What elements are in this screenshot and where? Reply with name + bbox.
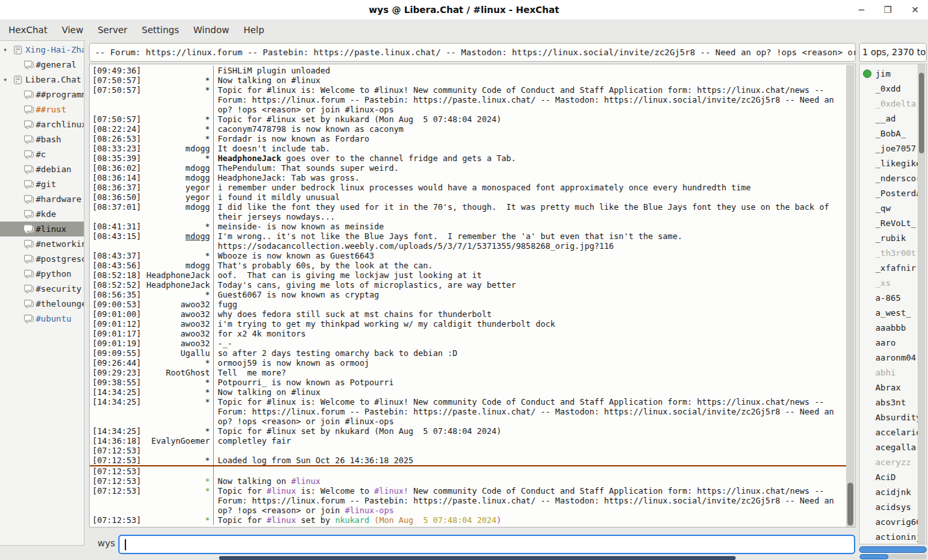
nick: mdogg: [142, 202, 213, 212]
sidebar-item-general[interactable]: #general: [0, 57, 84, 72]
sidebar-item-bash[interactable]: #bash: [0, 132, 84, 147]
user-list-item-abrax[interactable]: Abrax: [860, 380, 926, 395]
user-list-item-abs3nt[interactable]: abs3nt: [860, 395, 926, 410]
sidebar-item-xinghaizhan[interactable]: ▾Xing-Hai-Zhan: [0, 42, 84, 57]
user-list-item-aceryzz[interactable]: aceryzz: [860, 455, 926, 470]
user-list-item-xfafnir[interactable]: _xfafnir: [860, 261, 926, 275]
user-list-item-ad[interactable]: __ad: [860, 111, 926, 126]
user-list-item-0xdd[interactable]: _0xdd: [860, 81, 926, 96]
nick: yegor: [142, 183, 213, 192]
chat-line: [09:09:55]Ugalluso after 2 days testing …: [90, 348, 846, 358]
sidebar-item-git[interactable]: #git: [0, 177, 84, 192]
bottom-horizontal-scrollbar[interactable]: [859, 554, 927, 559]
user-list-item-revolt[interactable]: _ReVoLt_: [860, 216, 926, 231]
nick: *: [142, 153, 213, 163]
sidebar-item-ubuntu[interactable]: #ubuntu: [0, 311, 84, 326]
message-segment: #linux: [266, 515, 296, 525]
chat-pane[interactable]: [09:49:36]FiSHLiM plugin unloaded[07:50:…: [89, 64, 856, 528]
user-list-item-joe7057[interactable]: _joe7057: [860, 141, 926, 156]
maximize-icon[interactable]: ❐: [884, 0, 892, 19]
sidebar-item-linux[interactable]: #linux: [0, 222, 84, 236]
menu-item-view[interactable]: View: [55, 19, 90, 40]
user-name: acidjnk: [875, 485, 911, 500]
user-list-item-rubik[interactable]: _rubik: [860, 231, 926, 246]
channel-icon: [23, 225, 36, 234]
menu-item-help[interactable]: Help: [237, 19, 272, 40]
user-list-item-th3r00t[interactable]: _th3r00t: [860, 246, 926, 261]
user-list-item-boba[interactable]: _BobA_: [860, 126, 926, 141]
topic-bar[interactable]: -- Forum: https://linux.forum -- Pastebi…: [89, 43, 856, 62]
sidebar-item-postgresql[interactable]: #postgresql: [0, 251, 84, 266]
user-list-item-actioninj[interactable]: actioninj: [860, 529, 926, 544]
user-list-item-jim[interactable]: jim: [860, 66, 926, 81]
chat-horizontal-scrollbar[interactable]: [219, 556, 736, 560]
timestamp: [07:12:53]: [90, 455, 142, 465]
bottom-scrollbar-thumb[interactable]: [860, 554, 888, 559]
sidebar-item-security[interactable]: #security: [0, 281, 84, 296]
user-list-item-absurdity[interactable]: Absurdity: [860, 410, 926, 425]
sidebar-item-archlinux[interactable]: #archlinux: [0, 117, 84, 132]
nick: awoo32: [142, 299, 213, 309]
user-list-item-0xdelta[interactable]: _0xdelta: [860, 96, 926, 111]
chat-scrollbar-thumb[interactable]: [847, 483, 853, 526]
sidebar-item-c[interactable]: #c: [0, 147, 84, 162]
user-list-item-accelario[interactable]: accelario: [860, 425, 926, 440]
minimize-icon[interactable]: ─: [858, 0, 864, 19]
message-input[interactable]: [118, 535, 855, 554]
channel-icon: [23, 150, 36, 159]
timestamp: [07:50:57]: [90, 85, 142, 95]
user-list-item-aaro[interactable]: aaro: [860, 335, 926, 350]
user-list: jim_0xdd_0xdelta__ad_BobA__joe7057_likeg…: [859, 64, 927, 544]
expander-icon[interactable]: ▾: [3, 72, 13, 87]
user-list-item-a865[interactable]: a-865: [860, 290, 926, 305]
user-name: _joe7057: [875, 141, 916, 156]
user-list-item-acid[interactable]: AciD: [860, 470, 926, 485]
message-segment: meinside- is now known as meinside: [218, 222, 384, 231]
nick: *: [142, 515, 213, 525]
sidebar-item-debian[interactable]: #debian: [0, 162, 84, 177]
user-list-item-acidsys[interactable]: acidsys: [860, 500, 926, 515]
menu-item-window[interactable]: Window: [186, 19, 236, 40]
user-list-item-aaabbb[interactable]: aaabbb: [860, 320, 926, 335]
user-list-item-awest[interactable]: a_west_: [860, 305, 926, 320]
user-name: acegalla-: [875, 440, 921, 455]
user-list-item-acovrig60[interactable]: acovrig60: [860, 515, 926, 529]
nick: *: [142, 134, 213, 144]
sidebar-item-networking[interactable]: #networking: [0, 236, 84, 251]
menu-item-server[interactable]: Server: [90, 19, 135, 40]
user-list-item-acegalla[interactable]: acegalla-: [860, 440, 926, 455]
sidebar-item-thelounge[interactable]: #thelounge: [0, 296, 84, 311]
sidebar-item-hardware[interactable]: #hardware: [0, 192, 84, 207]
sidebar-item-label: #thelounge: [36, 296, 84, 311]
user-list-item-qw[interactable]: _qw: [860, 201, 926, 216]
chat-vertical-scrollbar[interactable]: [846, 65, 855, 528]
user-name: aaabbb: [875, 320, 906, 335]
close-icon[interactable]: ✕: [911, 0, 919, 19]
sidebar-item-rust[interactable]: ##rust: [0, 102, 84, 117]
message-segment: ThePendulum: That sounds super weird.: [218, 163, 398, 173]
expander-icon[interactable]: ▾: [3, 42, 13, 57]
sidebar-item-kde[interactable]: #kde: [0, 207, 84, 222]
user-list-item-likegike[interactable]: _likegike: [860, 156, 926, 171]
user-list-item-acidjnk[interactable]: acidjnk: [860, 485, 926, 500]
menu-item-settings[interactable]: Settings: [135, 19, 186, 40]
sidebar-item-python[interactable]: #python: [0, 266, 84, 281]
sidebar-item-label: #kde: [36, 207, 56, 222]
user-list-item-abhi[interactable]: abhi: [860, 365, 926, 380]
user-list-item-aaronm04[interactable]: aaronm04: [860, 350, 926, 365]
user-name: accelario: [875, 425, 921, 440]
userlist-scrollbar-thumb[interactable]: [919, 73, 924, 153]
menu-item-hexchat[interactable]: HexChat: [1, 19, 55, 40]
timestamp: [14:36:18]: [90, 436, 142, 446]
user-list-item-xs[interactable]: _xs: [860, 275, 926, 290]
userlist-vertical-scrollbar[interactable]: [918, 64, 925, 544]
chat-line: [08:43:56]mdoggThat's probably 60s, by t…: [90, 261, 846, 270]
user-list-item-nderscor[interactable]: _nderscor: [860, 171, 926, 186]
userlist-horizontal-scrollbar[interactable]: [859, 546, 927, 553]
message: [213, 446, 846, 455]
sidebar-item-liberachat[interactable]: ▾Libera.Chat: [0, 72, 84, 87]
user-list-item-posterda[interactable]: _Posterda: [860, 186, 926, 201]
message-segment: Wbooze is now known as Guest6643: [218, 251, 374, 261]
chat-messages: [09:49:36]FiSHLiM plugin unloaded[07:50:…: [90, 66, 846, 525]
sidebar-item-programming[interactable]: ##programming: [0, 87, 84, 102]
